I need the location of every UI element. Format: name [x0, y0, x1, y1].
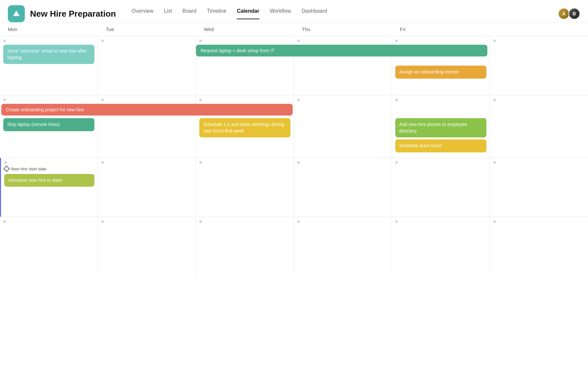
- cell-dot: [199, 161, 202, 164]
- app-logo: [8, 5, 25, 22]
- page-title: New Hire Preparation: [30, 9, 116, 19]
- cell-row1-thu: [294, 36, 392, 95]
- event-ship-laptop[interactable]: Ship laptop (remote hires): [3, 118, 94, 131]
- cell-row1-tue: [98, 36, 196, 95]
- cell-dot: [395, 220, 398, 223]
- cell-dot: [3, 99, 6, 101]
- milestone-text: New hire start date: [11, 166, 46, 171]
- milestone-label: New hire start date: [4, 166, 94, 171]
- day-extra: [490, 23, 588, 36]
- cell-dot: [199, 39, 202, 42]
- user-avatars: A B: [558, 8, 580, 20]
- cell-dot: [101, 161, 104, 164]
- cell-row4-thu: [294, 217, 392, 276]
- cell-dot: [297, 220, 300, 223]
- calendar-row-3: New hire start date Introduce new hire t…: [0, 158, 588, 217]
- calendar-row-1: Send "welcome" email to new hire after s…: [0, 36, 588, 95]
- cell-dot: [395, 99, 398, 101]
- event-introduce-team[interactable]: Introduce new hire to team: [4, 174, 94, 187]
- cell-row2-thu: [294, 95, 392, 158]
- cell-row3-fri: [392, 158, 490, 217]
- cell-row3-mon: New hire start date Introduce new hire t…: [0, 158, 98, 217]
- diamond-icon: [3, 165, 10, 172]
- cell-row3-wed: [196, 158, 294, 217]
- nav-board[interactable]: Board: [183, 8, 197, 19]
- event-onboarding-mentor[interactable]: Assign an onboarding mentor: [395, 66, 486, 79]
- cell-dot: [395, 161, 398, 164]
- nav-workflow[interactable]: Workflow: [270, 8, 291, 19]
- cell-row4-mon: [0, 217, 98, 276]
- cell-row2-extra: [490, 95, 588, 158]
- avatar-1: A: [558, 8, 570, 20]
- cell-dot: [3, 39, 6, 42]
- avatar-2: B: [568, 8, 580, 20]
- cell-row2-wed: Schedule 1:1 and team meetings during ne…: [196, 95, 294, 158]
- event-employee-photo[interactable]: Add new hire picture to employee directo…: [395, 118, 486, 137]
- cell-dot: [493, 161, 496, 164]
- day-fri: Fri: [392, 23, 490, 36]
- calendar-row-4: [0, 217, 588, 276]
- cell-dot: [101, 39, 104, 42]
- day-mon: Mon: [0, 23, 98, 36]
- calendar-row-2: Ship laptop (remote hires) Schedule 1:1 …: [0, 95, 588, 158]
- event-schedule-meetings[interactable]: Schedule 1:1 and team meetings during ne…: [199, 118, 290, 137]
- cell-dot: [199, 220, 202, 223]
- cell-row3-thu: [294, 158, 392, 217]
- cell-row1-mon: Send "welcome" email to new hire after s…: [0, 36, 98, 95]
- day-headers: Mon Tue Wed Thu Fri: [0, 23, 588, 36]
- header-left: New Hire Preparation Overview List Board…: [8, 5, 327, 22]
- day-wed: Wed: [196, 23, 294, 36]
- cell-row1-wed: [196, 36, 294, 95]
- day-thu: Thu: [294, 23, 392, 36]
- cell-row2-fri: Add new hire picture to employee directo…: [392, 95, 490, 158]
- cell-dot: [101, 220, 104, 223]
- nav-list[interactable]: List: [164, 8, 172, 19]
- cell-row4-fri: [392, 217, 490, 276]
- main-nav: Overview List Board Timeline Calendar Wo…: [132, 8, 327, 19]
- cell-dot: [4, 161, 7, 164]
- cell-dot: [493, 39, 496, 42]
- cell-row4-wed: [196, 217, 294, 276]
- cell-dot: [493, 99, 496, 101]
- cell-dot: [395, 39, 398, 42]
- cell-dot: [199, 99, 202, 101]
- day-tue: Tue: [98, 23, 196, 36]
- cell-row4-extra: [490, 217, 588, 276]
- nav-dashboard[interactable]: Dashboard: [302, 8, 327, 19]
- event-team-lunch[interactable]: Schedule team lunch: [395, 139, 486, 152]
- cell-row3-tue: [98, 158, 196, 217]
- cell-dot: [297, 99, 300, 101]
- cell-row1-fri: Assign an onboarding mentor: [392, 36, 490, 95]
- nav-timeline[interactable]: Timeline: [207, 8, 226, 19]
- event-welcome-email[interactable]: Send "welcome" email to new hire after s…: [3, 45, 94, 64]
- cell-dot: [297, 161, 300, 164]
- cell-row4-tue: [98, 217, 196, 276]
- header: New Hire Preparation Overview List Board…: [0, 0, 588, 23]
- nav-overview[interactable]: Overview: [132, 8, 154, 19]
- cell-dot: [3, 220, 6, 223]
- cell-row2-mon: Ship laptop (remote hires): [0, 95, 98, 158]
- cell-row1-extra: [490, 36, 588, 95]
- cell-row2-tue: [98, 95, 196, 158]
- cell-dot: [101, 99, 104, 101]
- nav-calendar[interactable]: Calendar: [237, 8, 259, 19]
- cell-row3-extra: [490, 158, 588, 217]
- cell-dot: [493, 220, 496, 223]
- cell-dot: [297, 39, 300, 42]
